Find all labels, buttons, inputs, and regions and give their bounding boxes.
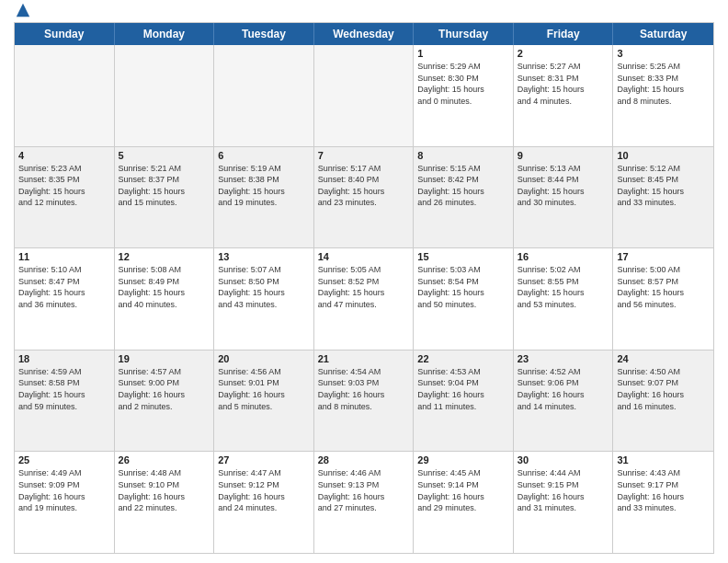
- calendar-cell: [15, 45, 115, 146]
- day-number: 25: [18, 454, 110, 465]
- day-info: Sunrise: 5:12 AM Sunset: 8:45 PM Dayligh…: [617, 163, 710, 209]
- day-number: 14: [318, 251, 410, 262]
- calendar-cell: 9Sunrise: 5:13 AM Sunset: 8:44 PM Daylig…: [514, 147, 614, 248]
- calendar-cell: [115, 45, 215, 146]
- calendar-cell: 12Sunrise: 5:08 AM Sunset: 8:49 PM Dayli…: [115, 248, 215, 350]
- calendar-cell: 28Sunrise: 4:46 AM Sunset: 9:13 PM Dayli…: [314, 452, 415, 553]
- day-info: Sunrise: 5:23 AM Sunset: 8:35 PM Dayligh…: [18, 163, 110, 209]
- day-number: 7: [318, 150, 410, 161]
- day-number: 5: [119, 150, 210, 161]
- calendar-cell: 30Sunrise: 4:44 AM Sunset: 9:15 PM Dayli…: [514, 452, 614, 553]
- day-number: 8: [417, 150, 509, 161]
- day-number: 22: [417, 353, 509, 364]
- calendar-cell: 21Sunrise: 4:54 AM Sunset: 9:03 PM Dayli…: [314, 350, 415, 452]
- day-info: Sunrise: 5:00 AM Sunset: 8:57 PM Dayligh…: [617, 264, 710, 310]
- day-info: Sunrise: 4:50 AM Sunset: 9:07 PM Dayligh…: [617, 366, 710, 412]
- day-number: 17: [617, 251, 710, 262]
- day-number: 29: [417, 454, 509, 465]
- calendar-cell: 1Sunrise: 5:29 AM Sunset: 8:30 PM Daylig…: [414, 45, 514, 146]
- day-info: Sunrise: 4:47 AM Sunset: 9:12 PM Dayligh…: [218, 467, 310, 513]
- calendar-row: 4Sunrise: 5:23 AM Sunset: 8:35 PM Daylig…: [15, 147, 713, 249]
- day-number: 1: [417, 48, 509, 59]
- day-number: 12: [119, 251, 210, 262]
- day-info: Sunrise: 4:45 AM Sunset: 9:14 PM Dayligh…: [417, 467, 509, 513]
- day-number: 18: [18, 353, 110, 364]
- calendar-cell: 3Sunrise: 5:25 AM Sunset: 8:33 PM Daylig…: [613, 45, 713, 146]
- calendar-cell: [314, 45, 415, 146]
- calendar: SundayMondayTuesdayWednesdayThursdayFrid…: [14, 22, 714, 554]
- day-number: 26: [119, 454, 210, 465]
- page: SundayMondayTuesdayWednesdayThursdayFrid…: [0, 0, 728, 563]
- calendar-cell: 22Sunrise: 4:53 AM Sunset: 9:04 PM Dayli…: [414, 350, 514, 452]
- day-info: Sunrise: 5:21 AM Sunset: 8:37 PM Dayligh…: [119, 163, 210, 209]
- day-number: 20: [218, 353, 310, 364]
- day-number: 11: [18, 251, 110, 262]
- day-info: Sunrise: 4:43 AM Sunset: 9:17 PM Dayligh…: [617, 467, 710, 513]
- calendar-header-cell: Sunday: [15, 23, 115, 45]
- calendar-cell: 19Sunrise: 4:57 AM Sunset: 9:00 PM Dayli…: [115, 350, 215, 452]
- calendar-row: 18Sunrise: 4:59 AM Sunset: 8:58 PM Dayli…: [15, 350, 713, 453]
- calendar-header-cell: Monday: [115, 23, 215, 45]
- logo-icon: [15, 2, 31, 18]
- svg-marker-0: [17, 4, 29, 17]
- calendar-cell: 17Sunrise: 5:00 AM Sunset: 8:57 PM Dayli…: [613, 248, 713, 350]
- day-number: 9: [518, 150, 609, 161]
- calendar-body: 1Sunrise: 5:29 AM Sunset: 8:30 PM Daylig…: [15, 45, 713, 553]
- day-info: Sunrise: 5:05 AM Sunset: 8:52 PM Dayligh…: [318, 264, 410, 310]
- calendar-header-row: SundayMondayTuesdayWednesdayThursdayFrid…: [15, 23, 713, 45]
- calendar-cell: 24Sunrise: 4:50 AM Sunset: 9:07 PM Dayli…: [613, 350, 713, 452]
- day-number: 2: [518, 48, 609, 59]
- day-number: 23: [518, 353, 609, 364]
- calendar-cell: 23Sunrise: 4:52 AM Sunset: 9:06 PM Dayli…: [514, 350, 614, 452]
- day-info: Sunrise: 4:52 AM Sunset: 9:06 PM Dayligh…: [518, 366, 609, 412]
- day-info: Sunrise: 5:03 AM Sunset: 8:54 PM Dayligh…: [417, 264, 509, 310]
- calendar-cell: 6Sunrise: 5:19 AM Sunset: 8:38 PM Daylig…: [214, 147, 314, 248]
- calendar-cell: 2Sunrise: 5:27 AM Sunset: 8:31 PM Daylig…: [514, 45, 614, 146]
- calendar-row: 1Sunrise: 5:29 AM Sunset: 8:30 PM Daylig…: [15, 45, 713, 147]
- calendar-cell: 29Sunrise: 4:45 AM Sunset: 9:14 PM Dayli…: [414, 452, 514, 553]
- calendar-cell: 8Sunrise: 5:15 AM Sunset: 8:42 PM Daylig…: [414, 147, 514, 248]
- calendar-header-cell: Tuesday: [214, 23, 314, 45]
- calendar-cell: [214, 45, 314, 146]
- calendar-row: 11Sunrise: 5:10 AM Sunset: 8:47 PM Dayli…: [15, 248, 713, 350]
- day-info: Sunrise: 4:48 AM Sunset: 9:10 PM Dayligh…: [119, 467, 210, 513]
- day-number: 30: [518, 454, 609, 465]
- day-info: Sunrise: 5:02 AM Sunset: 8:55 PM Dayligh…: [518, 264, 609, 310]
- day-info: Sunrise: 5:10 AM Sunset: 8:47 PM Dayligh…: [18, 264, 110, 310]
- day-number: 19: [119, 353, 210, 364]
- day-info: Sunrise: 4:54 AM Sunset: 9:03 PM Dayligh…: [318, 366, 410, 412]
- calendar-cell: 16Sunrise: 5:02 AM Sunset: 8:55 PM Dayli…: [514, 248, 614, 350]
- calendar-header-cell: Friday: [514, 23, 614, 45]
- day-info: Sunrise: 4:56 AM Sunset: 9:01 PM Dayligh…: [218, 366, 310, 412]
- day-number: 13: [218, 251, 310, 262]
- day-info: Sunrise: 5:27 AM Sunset: 8:31 PM Dayligh…: [518, 61, 609, 107]
- calendar-cell: 13Sunrise: 5:07 AM Sunset: 8:50 PM Dayli…: [214, 248, 314, 350]
- calendar-header-cell: Wednesday: [314, 23, 415, 45]
- day-info: Sunrise: 5:19 AM Sunset: 8:38 PM Dayligh…: [218, 163, 310, 209]
- calendar-cell: 20Sunrise: 4:56 AM Sunset: 9:01 PM Dayli…: [214, 350, 314, 452]
- day-info: Sunrise: 5:07 AM Sunset: 8:50 PM Dayligh…: [218, 264, 310, 310]
- day-number: 24: [617, 353, 710, 364]
- day-number: 31: [617, 454, 710, 465]
- day-number: 16: [518, 251, 609, 262]
- day-number: 21: [318, 353, 410, 364]
- calendar-cell: 27Sunrise: 4:47 AM Sunset: 9:12 PM Dayli…: [214, 452, 314, 553]
- calendar-row: 25Sunrise: 4:49 AM Sunset: 9:09 PM Dayli…: [15, 452, 713, 553]
- day-info: Sunrise: 4:59 AM Sunset: 8:58 PM Dayligh…: [18, 366, 110, 412]
- calendar-cell: 4Sunrise: 5:23 AM Sunset: 8:35 PM Daylig…: [15, 147, 115, 248]
- day-info: Sunrise: 4:44 AM Sunset: 9:15 PM Dayligh…: [518, 467, 609, 513]
- calendar-cell: 18Sunrise: 4:59 AM Sunset: 8:58 PM Dayli…: [15, 350, 115, 452]
- calendar-cell: 11Sunrise: 5:10 AM Sunset: 8:47 PM Dayli…: [15, 248, 115, 350]
- day-info: Sunrise: 4:49 AM Sunset: 9:09 PM Dayligh…: [18, 467, 110, 513]
- calendar-header-cell: Thursday: [414, 23, 514, 45]
- day-info: Sunrise: 5:08 AM Sunset: 8:49 PM Dayligh…: [119, 264, 210, 310]
- calendar-cell: 14Sunrise: 5:05 AM Sunset: 8:52 PM Dayli…: [314, 248, 415, 350]
- calendar-cell: 25Sunrise: 4:49 AM Sunset: 9:09 PM Dayli…: [15, 452, 115, 553]
- day-number: 6: [218, 150, 310, 161]
- calendar-cell: 10Sunrise: 5:12 AM Sunset: 8:45 PM Dayli…: [613, 147, 713, 248]
- day-info: Sunrise: 5:29 AM Sunset: 8:30 PM Dayligh…: [417, 61, 509, 107]
- calendar-cell: 26Sunrise: 4:48 AM Sunset: 9:10 PM Dayli…: [115, 452, 215, 553]
- day-info: Sunrise: 5:25 AM Sunset: 8:33 PM Dayligh…: [617, 61, 710, 107]
- calendar-cell: 5Sunrise: 5:21 AM Sunset: 8:37 PM Daylig…: [115, 147, 215, 248]
- day-info: Sunrise: 5:13 AM Sunset: 8:44 PM Dayligh…: [518, 163, 609, 209]
